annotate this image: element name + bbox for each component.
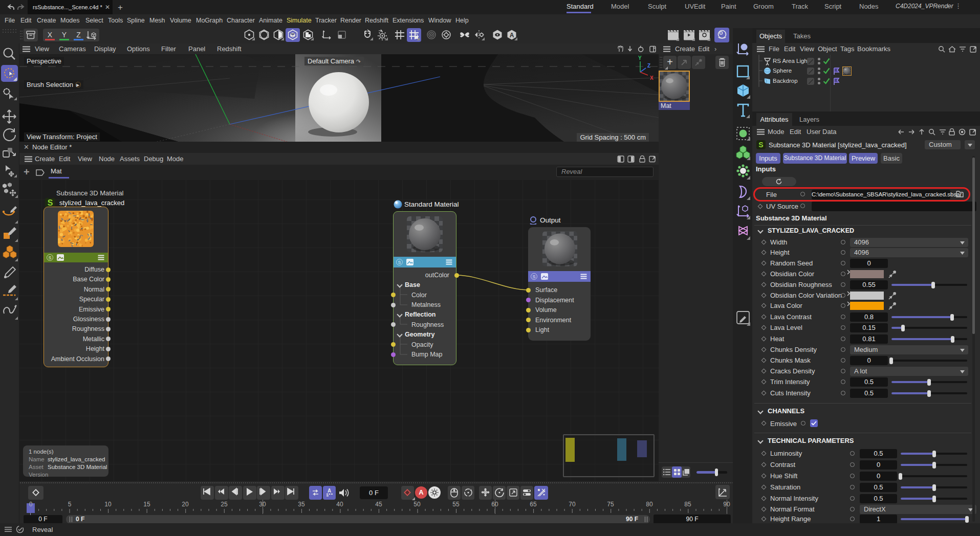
- svg-text:A: A: [328, 488, 331, 494]
- svg-text:Y: Y: [638, 55, 642, 61]
- svg-text:A: A: [510, 32, 514, 39]
- svg-text:X: X: [650, 75, 654, 81]
- svg-text:Z: Z: [647, 63, 650, 69]
